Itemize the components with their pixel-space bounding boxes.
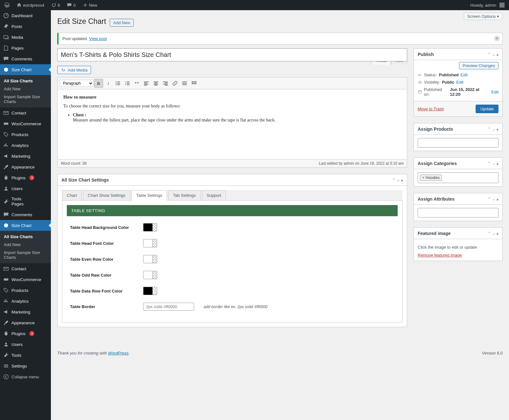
trash-link[interactable]: Move to Trash xyxy=(418,107,444,111)
updates-link[interactable]: 6 xyxy=(49,0,62,10)
update-button[interactable]: Update xyxy=(476,105,499,113)
menu-settings[interactable]: Settings xyxy=(0,361,51,371)
stab-support[interactable]: Support xyxy=(202,190,226,201)
box-down[interactable]: ⌄ xyxy=(492,231,495,236)
toolbar-toggle-button[interactable] xyxy=(190,79,199,88)
align-center-button[interactable] xyxy=(151,79,160,88)
dismiss-notice-button[interactable]: ✕ xyxy=(494,36,500,41)
publish-toggle[interactable]: ▴ xyxy=(497,52,499,57)
align-right-button[interactable] xyxy=(161,79,170,88)
box-down[interactable]: ⌄ xyxy=(492,127,495,131)
menu-users2[interactable]: Users xyxy=(0,339,51,350)
publish-down[interactable]: ⌄ xyxy=(492,52,495,57)
sub-add-new[interactable]: Add New xyxy=(0,85,51,93)
edit-status-link[interactable]: Edit xyxy=(461,72,468,77)
box-toggle[interactable]: ▴ xyxy=(497,161,499,166)
menu-posts[interactable]: Posts xyxy=(0,21,51,32)
add-new-button[interactable]: Add New xyxy=(110,19,134,27)
box-toggle[interactable]: ▴ xyxy=(497,231,499,236)
box-toggle[interactable]: ▴ xyxy=(497,197,499,201)
menu-tools[interactable]: ToolsPages xyxy=(0,194,51,209)
box-toggle[interactable]: ▴ xyxy=(497,127,499,131)
menu-analytics[interactable]: Analytics xyxy=(0,140,51,151)
ul-button[interactable] xyxy=(113,79,122,88)
new-link[interactable]: New xyxy=(81,0,99,10)
screen-options-toggle[interactable]: Screen Options xyxy=(464,13,503,20)
box-up[interactable]: ⌃ xyxy=(488,231,491,236)
menu-appearance[interactable]: Appearance xyxy=(0,162,51,172)
menu-plugins[interactable]: Plugins3 xyxy=(0,172,51,183)
add-media-button[interactable]: Add Media xyxy=(57,66,91,74)
ol-button[interactable]: 123 xyxy=(123,79,132,88)
menu-dashboard[interactable]: Dashboard xyxy=(0,10,51,21)
align-left-button[interactable] xyxy=(142,79,151,88)
quote-button[interactable] xyxy=(132,79,141,88)
menu-products2[interactable]: Products xyxy=(0,285,51,296)
assign-attributes-input[interactable] xyxy=(418,208,499,217)
sub-import-sample2[interactable]: Import Sample Size Charts xyxy=(0,249,51,261)
preview-changes-button[interactable]: Preview Changes xyxy=(459,62,499,69)
box-down[interactable]: ⌄ xyxy=(492,197,495,201)
collapse-menu[interactable]: Collapse menu xyxy=(0,371,51,382)
sub-all-size-charts[interactable]: All Size Charts xyxy=(0,77,51,85)
sub-all-size-charts2[interactable]: All Size Charts xyxy=(0,233,51,241)
metabox-move-down[interactable]: ⌄ xyxy=(397,178,400,182)
assign-categories-input[interactable]: ×Hoodies xyxy=(418,172,499,183)
color-data-font[interactable] xyxy=(143,287,157,295)
menu-users[interactable]: Users xyxy=(0,183,51,194)
border-input[interactable] xyxy=(143,303,194,311)
remove-tag-icon[interactable]: × xyxy=(422,176,424,180)
menu-media[interactable]: Media xyxy=(0,32,51,43)
color-head-font[interactable] xyxy=(143,239,157,247)
menu-contact[interactable]: Contact xyxy=(0,107,51,118)
edit-date-link[interactable]: Edit xyxy=(492,90,499,94)
color-odd[interactable] xyxy=(143,271,157,279)
stab-table[interactable]: Table Settings xyxy=(131,190,167,201)
menu-size-chart2[interactable]: Size Chart xyxy=(0,220,51,231)
comments-link[interactable]: 0 xyxy=(65,0,77,10)
publish-up[interactable]: ⌃ xyxy=(488,52,491,57)
wordpress-link[interactable]: WordPress xyxy=(108,351,129,355)
box-down[interactable]: ⌄ xyxy=(492,161,495,166)
stab-tab[interactable]: Tab Settings xyxy=(168,190,201,201)
color-even[interactable] xyxy=(143,255,157,263)
menu-plugins2[interactable]: Plugins3 xyxy=(0,328,51,339)
menu-size-chart[interactable]: Size Chart xyxy=(0,64,51,75)
sub-import-sample[interactable]: Import Sample Size Charts xyxy=(0,93,51,106)
howdy[interactable]: Howdy, admin xyxy=(469,0,506,10)
bold-button[interactable]: B xyxy=(94,79,103,88)
menu-analytics2[interactable]: Analytics xyxy=(0,296,51,306)
stab-show[interactable]: Chart Show Settings xyxy=(83,190,130,201)
menu-marketing2[interactable]: Marketing xyxy=(0,306,51,317)
metabox-toggle[interactable]: ▴ xyxy=(401,178,403,182)
stab-chart[interactable]: Chart xyxy=(62,190,82,201)
box-up[interactable]: ⌃ xyxy=(488,197,491,201)
menu-woocommerce[interactable]: WooCommerce xyxy=(0,118,51,129)
menu-contact2[interactable]: Contact xyxy=(0,263,51,274)
menu-products[interactable]: Products xyxy=(0,129,51,140)
category-tag[interactable]: ×Hoodies xyxy=(420,175,442,181)
menu-comments2[interactable]: Comments xyxy=(0,209,51,220)
remove-featured-link[interactable]: Remove featured image xyxy=(418,253,462,258)
link-button[interactable] xyxy=(171,79,179,88)
menu-marketing[interactable]: Marketing xyxy=(0,151,51,162)
menu-appearance2[interactable]: Appearance xyxy=(0,317,51,328)
box-up[interactable]: ⌃ xyxy=(488,161,491,166)
menu-comments[interactable]: Comments xyxy=(0,53,51,64)
color-head-bg[interactable] xyxy=(143,223,157,231)
menu-woocommerce2[interactable]: WooCommerce xyxy=(0,274,51,285)
menu-pages[interactable]: Pages xyxy=(0,43,51,53)
wp-logo[interactable] xyxy=(3,0,11,10)
view-post-link[interactable]: View post xyxy=(89,36,107,41)
readmore-button[interactable] xyxy=(180,79,189,88)
metabox-move-up[interactable]: ⌃ xyxy=(392,178,395,182)
sub-add-new2[interactable]: Add New xyxy=(0,241,51,249)
assign-products-input[interactable] xyxy=(418,138,499,148)
post-title-input[interactable] xyxy=(57,48,407,61)
site-link[interactable]: wordpress4 xyxy=(15,0,46,10)
format-select[interactable]: Paragraph xyxy=(59,80,94,87)
box-up[interactable]: ⌃ xyxy=(488,127,491,131)
edit-visibility-link[interactable]: Edit xyxy=(456,80,463,85)
editor-content[interactable]: How to measure To choose the correct siz… xyxy=(58,89,407,159)
menu-tools2[interactable]: Tools xyxy=(0,350,51,361)
